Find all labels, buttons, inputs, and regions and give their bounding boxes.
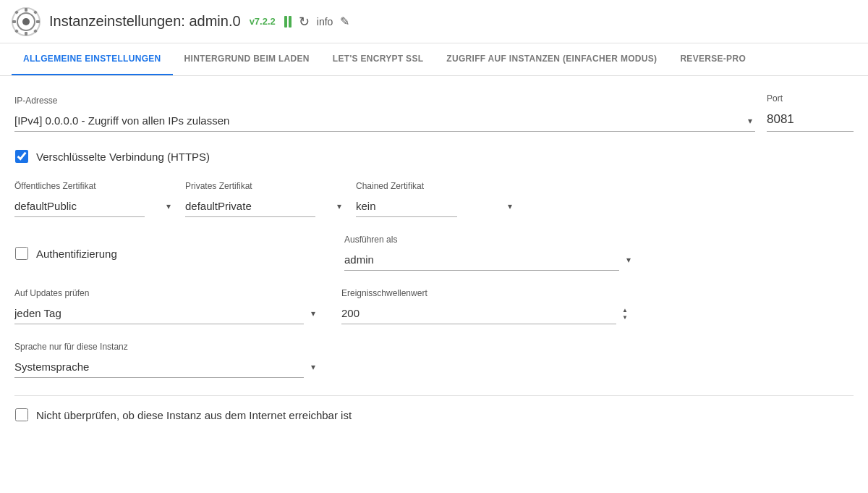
auth-group: Authentifizierung (14, 235, 333, 261)
page-title: Instanzeinstellungen: admin.0 (49, 13, 241, 30)
no-check-checkbox[interactable] (15, 408, 28, 421)
chain-cert-dropdown-icon: ▾ (508, 201, 512, 211)
info-button[interactable]: info (317, 16, 333, 28)
no-check-row: Nicht überprüfen, ob diese Instanz aus d… (14, 395, 854, 422)
auth-runas-row: Authentifizierung Ausführen als admin ▾ (14, 235, 854, 271)
updates-event-row: Auf Updates prüfen jeden Tag ▾ Ereigniss… (14, 288, 854, 324)
no-check-checkbox-wrapper (14, 408, 29, 422)
event-spinner[interactable]: ▲ ▼ (622, 307, 628, 321)
svg-rect-5 (12, 20, 16, 23)
svg-point-2 (22, 18, 30, 25)
svg-rect-4 (25, 32, 27, 35)
priv-cert-group: Privates Zertifikat defaultPrivate ▾ (185, 181, 344, 217)
language-select[interactable]: Systemsprache (14, 356, 304, 378)
tab-letsencrypt[interactable]: LET'S ENCRYPT SSL (321, 43, 435, 75)
port-input[interactable] (767, 108, 854, 132)
updates-dropdown-icon: ▾ (311, 308, 315, 319)
priv-cert-select[interactable]: defaultPrivate (185, 195, 315, 217)
pause-bar-right (289, 16, 292, 28)
https-row: Verschlüsselte Verbindung (HTTPS) (14, 149, 854, 164)
updates-select[interactable]: jeden Tag (14, 303, 304, 324)
ip-port-row: IP-Adresse [IPv4] 0.0.0.0 - Zugriff von … (14, 93, 854, 132)
pub-cert-select-wrapper: defaultPublic ▾ (14, 195, 174, 217)
ip-label: IP-Adresse (14, 96, 755, 106)
port-label: Port (767, 93, 854, 104)
runas-select-wrapper: admin ▾ (344, 249, 634, 271)
updates-label: Auf Updates prüfen (14, 288, 318, 298)
updates-group: Auf Updates prüfen jeden Tag ▾ (14, 288, 318, 324)
updates-select-wrapper: jeden Tag ▾ (14, 303, 318, 324)
event-input[interactable] (341, 303, 616, 324)
refresh-button[interactable]: ↻ (299, 14, 310, 30)
tab-reverse[interactable]: REVERSE-PRO (668, 43, 757, 75)
runas-label: Ausführen als (344, 235, 634, 245)
ip-group: IP-Adresse [IPv4] 0.0.0.0 - Zugriff von … (14, 96, 755, 132)
priv-cert-dropdown-icon: ▾ (337, 201, 341, 211)
spinner-up-icon[interactable]: ▲ (622, 307, 628, 313)
edit-button[interactable]: ✎ (340, 14, 349, 28)
tab-hintergrund[interactable]: HINTERGRUND BEIM LADEN (173, 43, 321, 75)
app-logo (12, 7, 41, 36)
auth-label: Authentifizierung (36, 248, 117, 260)
chain-cert-group: Chained Zertifikat kein ▾ (356, 181, 515, 217)
header: Instanzeinstellungen: admin.0 v7.2.2 ↻ i… (0, 0, 868, 43)
spinner-down-icon[interactable]: ▼ (622, 314, 628, 321)
version-badge: v7.2.2 (250, 16, 276, 27)
priv-cert-select-wrapper: defaultPrivate ▾ (185, 195, 344, 217)
svg-rect-6 (36, 20, 40, 23)
https-checkbox-wrapper (14, 149, 29, 164)
priv-cert-label: Privates Zertifikat (185, 181, 344, 191)
certs-row: Öffentliches Zertifikat defaultPublic ▾ … (14, 181, 854, 217)
auth-checkbox[interactable] (15, 247, 28, 260)
pub-cert-dropdown-icon: ▾ (166, 201, 171, 211)
tabs-bar: ALLGEMEINE EINSTELLUNGEN HINTERGRUND BEI… (0, 43, 868, 76)
port-group: Port (767, 93, 854, 132)
no-check-label: Nicht überprüfen, ob diese Instanz aus d… (36, 409, 352, 421)
language-select-wrapper: Systemsprache ▾ (14, 356, 318, 378)
event-group: Ereignisschwellenwert ▲ ▼ (341, 288, 631, 324)
https-checkbox[interactable] (15, 150, 28, 163)
runas-group: Ausführen als admin ▾ (344, 235, 634, 271)
auth-checkbox-wrapper (14, 246, 29, 261)
runas-select[interactable]: admin (344, 249, 619, 271)
runas-dropdown-icon: ▾ (626, 255, 631, 265)
event-label: Ereignisschwellenwert (341, 288, 631, 298)
language-dropdown-icon: ▾ (311, 362, 315, 372)
pause-bar-left (284, 16, 287, 28)
language-label: Sprache nur für diese Instanz (14, 342, 318, 352)
pub-cert-group: Öffentliches Zertifikat defaultPublic ▾ (14, 181, 174, 217)
tab-allgemeine[interactable]: ALLGEMEINE EINSTELLUNGEN (12, 43, 173, 75)
chain-cert-select-wrapper: kein ▾ (356, 195, 515, 217)
header-actions: ↻ info ✎ (284, 14, 350, 30)
svg-rect-3 (25, 8, 27, 12)
https-label: Verschlüsselte Verbindung (HTTPS) (36, 151, 210, 163)
pub-cert-label: Öffentliches Zertifikat (14, 181, 174, 191)
chain-cert-select[interactable]: kein (356, 195, 457, 217)
event-input-wrapper: ▲ ▼ (341, 303, 631, 324)
chain-cert-label: Chained Zertifikat (356, 181, 515, 191)
main-content: IP-Adresse [IPv4] 0.0.0.0 - Zugriff von … (0, 76, 868, 439)
tab-zugriff[interactable]: ZUGRIFF AUF INSTANZEN (EINFACHER MODUS) (435, 43, 668, 75)
ip-select-wrapper: [IPv4] 0.0.0.0 - Zugriff von allen IPs z… (14, 110, 755, 132)
ip-select[interactable]: [IPv4] 0.0.0.0 - Zugriff von allen IPs z… (14, 110, 755, 132)
pause-button[interactable] (284, 16, 292, 28)
language-group: Sprache nur für diese Instanz Systemspra… (14, 342, 318, 378)
pub-cert-select[interactable]: defaultPublic (14, 195, 145, 217)
